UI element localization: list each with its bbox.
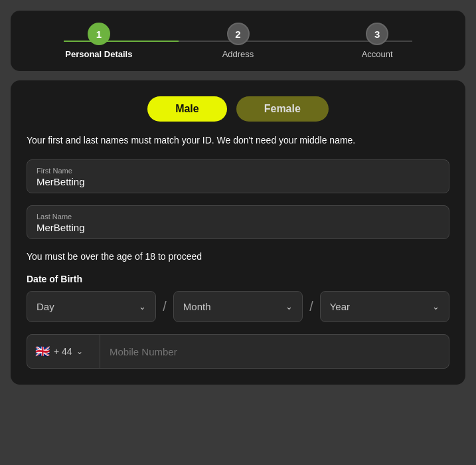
step-3: 3 Account xyxy=(307,23,447,59)
step-2: 2 Address xyxy=(169,23,308,59)
step-3-circle: 3 xyxy=(366,23,388,45)
year-label: Year xyxy=(330,301,350,312)
step-1-label: Personal Details xyxy=(65,49,132,59)
dob-section: Date of Birth Day ⌄ / Month ⌄ / Year ⌄ xyxy=(27,274,449,322)
flag-icon: 🇬🇧 xyxy=(35,344,50,359)
step-1-circle: 1 xyxy=(88,23,110,45)
dob-row: Day ⌄ / Month ⌄ / Year ⌄ xyxy=(27,291,449,322)
day-label: Day xyxy=(37,301,54,312)
step-2-label: Address xyxy=(222,49,254,59)
id-notice: Your first and last names must match you… xyxy=(27,134,449,147)
female-button[interactable]: Female xyxy=(236,96,329,122)
day-select[interactable]: Day ⌄ xyxy=(27,291,156,322)
last-name-field[interactable]: Last Name xyxy=(27,205,449,239)
dob-label: Date of Birth xyxy=(27,274,449,284)
first-name-label: First Name xyxy=(37,167,439,175)
step-indicator: 1 Personal Details 2 Address 3 Account xyxy=(11,11,465,71)
month-label: Month xyxy=(183,301,211,312)
age-warning: You must be over the age of 18 to procee… xyxy=(27,251,449,262)
step-3-label: Account xyxy=(362,49,393,59)
first-name-input[interactable] xyxy=(37,176,439,187)
form-card: Male Female Your first and last names mu… xyxy=(11,80,465,385)
last-name-input[interactable] xyxy=(37,222,439,233)
male-button[interactable]: Male xyxy=(147,96,227,122)
country-selector[interactable]: 🇬🇧 + 44 ⌄ xyxy=(27,335,100,368)
year-chevron-icon: ⌄ xyxy=(432,302,439,312)
dob-separator-2: / xyxy=(303,299,320,314)
country-code: + 44 xyxy=(54,346,72,357)
month-select[interactable]: Month ⌄ xyxy=(173,291,303,322)
gender-toggle: Male Female xyxy=(27,96,449,122)
first-name-field[interactable]: First Name xyxy=(27,159,449,193)
month-chevron-icon: ⌄ xyxy=(285,302,293,312)
day-chevron-icon: ⌄ xyxy=(139,302,146,312)
mobile-number-input[interactable] xyxy=(100,337,449,367)
phone-row: 🇬🇧 + 44 ⌄ xyxy=(27,334,449,369)
country-chevron-icon: ⌄ xyxy=(76,347,83,356)
step-1: 1 Personal Details xyxy=(29,23,169,59)
last-name-label: Last Name xyxy=(37,213,439,221)
year-select[interactable]: Year ⌄ xyxy=(320,291,449,322)
step-2-circle: 2 xyxy=(227,23,250,45)
dob-separator-1: / xyxy=(156,299,173,314)
